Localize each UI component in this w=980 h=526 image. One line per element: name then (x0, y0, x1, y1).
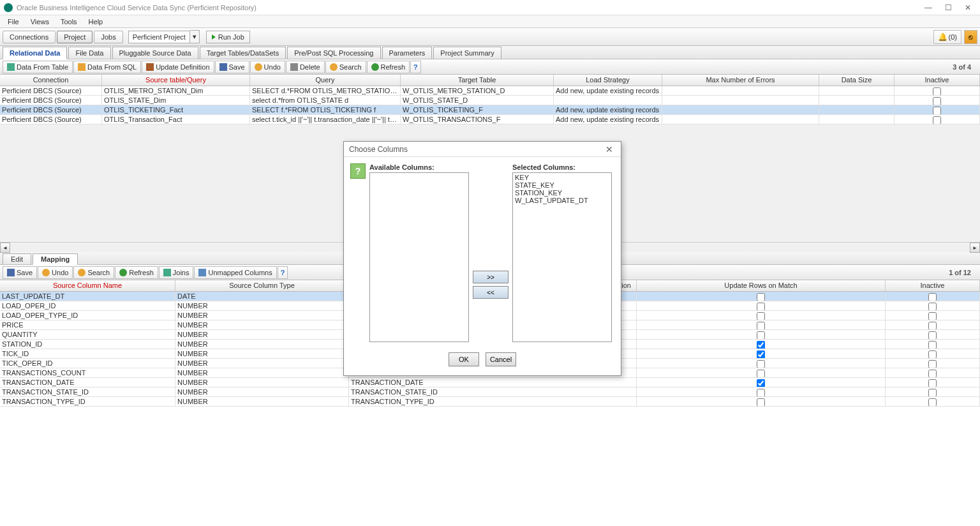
update-checkbox[interactable] (757, 303, 765, 310)
notifications-button[interactable]: 🔔 (0) (933, 30, 961, 44)
lower-refresh-button[interactable]: Refresh (115, 266, 158, 279)
lower-undo-button[interactable]: Undo (38, 266, 73, 279)
inactive-checkbox[interactable] (933, 116, 941, 124)
col-lower-inactive[interactable]: Inactive (886, 280, 980, 291)
inactive-checkbox[interactable] (928, 370, 937, 377)
tab-project[interactable]: Project (57, 31, 93, 43)
ok-button[interactable]: OK (449, 352, 479, 366)
subtab-relational-data[interactable]: Relational Data (3, 47, 67, 59)
minimize-icon[interactable]: — (924, 3, 932, 12)
subtab-target-tables[interactable]: Target Tables/DataSets (200, 47, 286, 59)
update-definition-button[interactable]: Update Definition (142, 61, 214, 73)
subtab-file-data[interactable]: File Data (68, 47, 110, 59)
inactive-checkbox[interactable] (928, 360, 937, 368)
inactive-checkbox[interactable] (928, 398, 937, 406)
save-button[interactable]: Save (215, 61, 249, 73)
col-target-table[interactable]: Target Table (401, 75, 554, 86)
update-checkbox[interactable] (757, 331, 765, 339)
table-row[interactable]: TRANSACTION_DATE NUMBER TRANSACTION_DATE (0, 378, 980, 387)
joins-button[interactable]: Joins (159, 266, 194, 279)
list-item[interactable]: STATION_KEY (514, 189, 611, 197)
table-row[interactable]: TRANSACTION_TYPE_ID NUMBER TRANSACTION_T… (0, 397, 980, 407)
unmapped-columns-button[interactable]: Unmapped Columns (194, 266, 276, 279)
inactive-checkbox[interactable] (928, 303, 937, 310)
subtab-prepost-sql[interactable]: Pre/Post SQL Processing (287, 47, 380, 59)
inactive-checkbox[interactable] (933, 87, 941, 95)
subtab-pluggable[interactable]: Pluggable Source Data (112, 47, 198, 59)
col-update-rows[interactable]: Update Rows on Match (637, 280, 886, 291)
dialog-help-icon[interactable]: ? (350, 163, 366, 179)
table-row[interactable]: Perficient DBCS (Source) OTLIS_METRO_STA… (0, 86, 980, 96)
help-button[interactable]: ? (410, 61, 421, 73)
menu-help[interactable]: Help (84, 17, 108, 27)
subtab-project-summary[interactable]: Project Summary (433, 47, 501, 59)
inactive-checkbox[interactable] (928, 379, 937, 387)
inactive-checkbox[interactable] (928, 322, 937, 329)
inactive-checkbox[interactable] (928, 293, 937, 301)
inactive-checkbox[interactable] (928, 312, 937, 320)
cancel-button[interactable]: Cancel (486, 352, 516, 366)
update-checkbox[interactable] (757, 341, 765, 349)
update-checkbox[interactable] (757, 350, 765, 358)
update-checkbox[interactable] (757, 312, 765, 320)
scroll-right-icon[interactable]: ► (970, 243, 980, 253)
inactive-checkbox[interactable] (933, 107, 941, 114)
subtab-parameters[interactable]: Parameters (382, 47, 433, 59)
update-checkbox[interactable] (757, 370, 765, 377)
close-icon[interactable]: ✕ (965, 3, 971, 12)
col-max-errors[interactable]: Max Number of Errors (662, 75, 819, 86)
inactive-checkbox[interactable] (928, 389, 937, 396)
update-checkbox[interactable] (757, 379, 765, 387)
inactive-checkbox[interactable] (933, 97, 941, 105)
col-connection[interactable]: Connection (0, 75, 102, 86)
add-column-button[interactable]: >> (473, 271, 509, 283)
col-src-col-type[interactable]: Source Column Type (175, 280, 349, 291)
list-item[interactable]: W_LAST_UPDATE_DT (514, 197, 611, 204)
refresh-button[interactable]: Refresh (367, 61, 410, 73)
menu-file[interactable]: File (3, 17, 24, 27)
dialog-close-icon[interactable]: ✕ (603, 144, 616, 154)
inactive-checkbox[interactable] (928, 341, 937, 349)
list-item[interactable]: STATE_KEY (514, 181, 611, 189)
menu-tools[interactable]: Tools (56, 17, 82, 27)
table-row[interactable]: Perficient DBCS (Source) OTLIS_STATE_Dim… (0, 96, 980, 105)
update-checkbox[interactable] (757, 360, 765, 368)
col-data-size[interactable]: Data Size (819, 75, 895, 86)
maximize-icon[interactable]: ☐ (945, 3, 952, 12)
lower-save-button[interactable]: Save (3, 266, 37, 279)
tab-jobs[interactable]: Jobs (94, 31, 122, 43)
menu-views[interactable]: Views (26, 17, 54, 27)
list-item[interactable]: KEY (514, 174, 611, 181)
col-query[interactable]: Query (250, 75, 401, 86)
selected-columns-list[interactable]: KEYSTATE_KEYSTATION_KEYW_LAST_UPDATE_DT (512, 172, 612, 342)
update-checkbox[interactable] (757, 398, 765, 406)
lower-search-button[interactable]: Search (73, 266, 114, 279)
dropdown-icon[interactable]: ▾ (190, 30, 200, 43)
scroll-left-icon[interactable]: ◄ (0, 243, 10, 253)
table-row[interactable]: Perficient DBCS (Source) OTLIS_TICKETING… (0, 105, 980, 115)
available-columns-list[interactable] (369, 172, 469, 342)
remove-column-button[interactable]: << (473, 286, 509, 299)
tab-connections[interactable]: Connections (3, 31, 56, 43)
col-source-table[interactable]: Source table/Query (102, 75, 250, 86)
tab-edit[interactable]: Edit (3, 253, 31, 264)
update-checkbox[interactable] (757, 293, 765, 301)
data-from-sql-button[interactable]: Data From SQL (73, 61, 141, 73)
col-load-strategy[interactable]: Load Strategy (554, 75, 662, 86)
col-inactive[interactable]: Inactive (895, 75, 980, 86)
inactive-checkbox[interactable] (928, 331, 937, 339)
lower-help-button[interactable]: ? (278, 266, 288, 279)
col-src-col-name[interactable]: Source Column Name (0, 280, 175, 291)
update-checkbox[interactable] (757, 389, 765, 396)
data-from-table-button[interactable]: Data From Table (3, 61, 73, 73)
run-job-button[interactable]: Run Job (206, 31, 250, 43)
update-checkbox[interactable] (757, 322, 765, 329)
project-combo[interactable]: Perficient Project ▾ (128, 30, 200, 43)
delete-button[interactable]: Delete (286, 61, 325, 73)
table-row[interactable]: TRANSACTION_STATE_ID NUMBER TRANSACTION_… (0, 387, 980, 397)
table-row[interactable]: Perficient DBCS (Source) OTLIS_Transacti… (0, 115, 980, 124)
logout-button[interactable]: ⎋ (964, 30, 977, 44)
inactive-checkbox[interactable] (928, 350, 937, 358)
undo-button[interactable]: Undo (250, 61, 285, 73)
tab-mapping[interactable]: Mapping (33, 253, 78, 265)
